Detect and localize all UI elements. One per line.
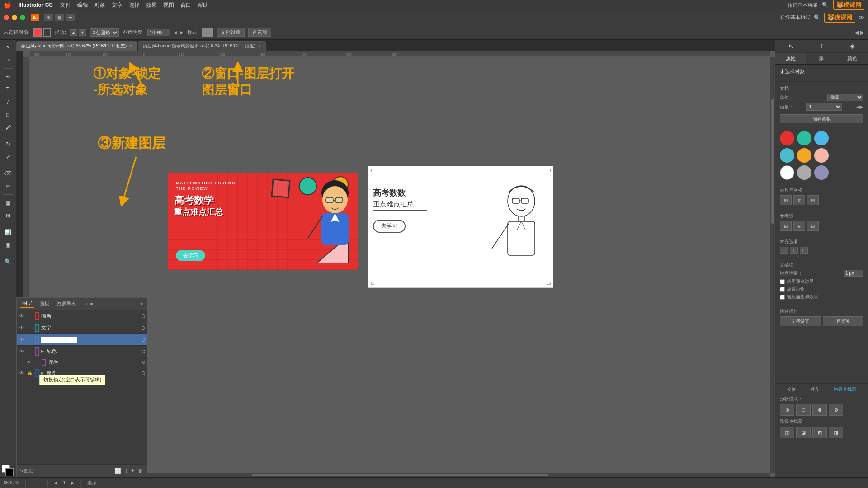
lp-sublayer-4-1[interactable]: 👁 配色: [17, 357, 147, 367]
opacity-arrow-right[interactable]: ▶: [180, 30, 184, 35]
lp-name-input-3[interactable]: [41, 337, 77, 343]
lp-delete-layer-btn[interactable]: 🗑: [138, 468, 143, 474]
tab-1[interactable]: 插边风-banner演示稿.ai @ 66.67% (RGB/GPU 预览) ×: [16, 41, 137, 51]
rp-keyboard-input[interactable]: [844, 270, 863, 277]
doc-settings-btn[interactable]: 文档设置: [217, 28, 245, 37]
close-window-button[interactable]: [4, 15, 9, 20]
search-icon[interactable]: 🔍: [822, 2, 829, 8]
arrange-btn[interactable]: ⊞: [44, 14, 53, 21]
lp-lock-5[interactable]: 🔒: [27, 370, 33, 376]
swatch-gray[interactable]: [797, 165, 811, 180]
tab-1-close[interactable]: ×: [129, 44, 132, 49]
minimize-window-button[interactable]: [12, 15, 17, 20]
rp-edit-artboard-btn[interactable]: 编辑画板: [780, 114, 863, 123]
panel-expand-btn[interactable]: ≫: [859, 14, 864, 20]
prev-artboard-btn[interactable]: ◀: [54, 480, 57, 485]
rp-guide-btn2[interactable]: #: [793, 221, 805, 231]
rp-crop-btn[interactable]: ◨: [829, 427, 843, 438]
lp-collapse-btn[interactable]: «: [85, 301, 88, 307]
rect-tool[interactable]: □: [2, 109, 14, 121]
lp-lock-2[interactable]: [27, 325, 33, 331]
lp-expand-5[interactable]: ▶: [41, 371, 44, 375]
menu-window[interactable]: 窗口: [180, 1, 191, 9]
selection-tool[interactable]: ↖: [2, 42, 14, 53]
rp-prefs-btn[interactable]: 首选项: [823, 316, 864, 326]
rp-align-left[interactable]: ⊣: [780, 247, 788, 254]
lp-eye-1[interactable]: 👁: [19, 313, 25, 319]
rp-ruler-btn2[interactable]: #: [793, 195, 805, 205]
rp-align-center[interactable]: ⊤: [790, 247, 798, 254]
rp-align-tab[interactable]: 对齐: [810, 386, 819, 393]
type-tool[interactable]: T: [2, 84, 14, 95]
pen-tool[interactable]: ✒: [2, 71, 14, 83]
stroke-down-btn[interactable]: ▼: [79, 29, 86, 36]
rp-pathfinder-tab[interactable]: 路径查找器: [834, 386, 856, 393]
stroke-up-btn[interactable]: ▲: [70, 29, 77, 36]
rp-unit-select[interactable]: 像素 毫米 厘米: [827, 94, 863, 101]
rp-tab-color[interactable]: 颜色: [837, 53, 868, 64]
lp-row-3[interactable]: 👁: [17, 334, 147, 346]
fill-color-box[interactable]: [33, 28, 42, 37]
banner-button[interactable]: 去学习: [176, 250, 205, 261]
lp-eye-2[interactable]: 👁: [19, 325, 25, 331]
rp-artboard-arrows[interactable]: ◀▶: [856, 104, 863, 109]
rp-round-corners-checkbox[interactable]: [780, 287, 785, 292]
lp-eye-5[interactable]: 👁: [19, 370, 25, 376]
fullscreen-window-button[interactable]: [20, 15, 25, 20]
rp-merge-btn[interactable]: ◩: [812, 427, 827, 438]
zoom-tool[interactable]: 🔍: [2, 256, 14, 267]
lp-row-2[interactable]: 👁 文字: [17, 322, 147, 334]
swatch-purple-gray[interactable]: [814, 165, 829, 180]
view-mode-btn[interactable]: ▦: [55, 14, 64, 21]
swatch-orange[interactable]: [797, 148, 811, 163]
rp-shape-icon[interactable]: ◈: [850, 42, 855, 50]
lp-lock-3[interactable]: [27, 337, 33, 343]
rp-ruler-btn3[interactable]: ⊟: [807, 195, 819, 205]
next-artboard-btn[interactable]: ▶: [71, 480, 75, 485]
brush-tool[interactable]: 🖌: [2, 122, 14, 133]
rp-divide-btn[interactable]: ◫: [780, 427, 794, 438]
lp-eye-3[interactable]: 👁: [19, 337, 25, 343]
tab-2-close[interactable]: ×: [258, 44, 261, 49]
lp-row-4[interactable]: 👁 ▶ 配色: [17, 346, 147, 357]
zoom-in-btn[interactable]: +: [38, 480, 41, 485]
preferences-btn[interactable]: 首选项: [248, 28, 271, 37]
lp-row-1[interactable]: 👁 插画: [17, 310, 147, 322]
swatch-blue[interactable]: [814, 131, 829, 145]
lp-tab-export[interactable]: 资源导出: [55, 300, 78, 307]
rp-intersect-btn[interactable]: ⊗: [812, 404, 827, 416]
menu-view[interactable]: 视图: [163, 1, 174, 9]
direct-selection-tool[interactable]: ↗: [2, 54, 14, 66]
lp-menu-btn[interactable]: ≡: [90, 301, 93, 307]
menu-edit[interactable]: 编辑: [77, 1, 88, 9]
rp-doc-settings-btn[interactable]: 文档设置: [780, 316, 821, 326]
lp-tab-layers[interactable]: 图层: [20, 300, 34, 308]
lp-tab-artboards[interactable]: 画板: [38, 300, 51, 307]
rp-tab-properties[interactable]: 属性: [775, 53, 806, 64]
banner-document[interactable]: MATHEMATICS ESSENCE THE REVIEW 高考数学 重点难点…: [168, 173, 358, 270]
rp-guide-btn1[interactable]: ⊞: [780, 221, 792, 231]
swatch-cyan[interactable]: [780, 148, 794, 163]
menu-file[interactable]: 文件: [60, 1, 71, 9]
swatch-pink[interactable]: [814, 148, 829, 163]
artboard-tool[interactable]: ▣: [2, 239, 14, 251]
swatch-white[interactable]: [780, 165, 794, 180]
rp-align-right[interactable]: ⊢: [800, 247, 808, 254]
fill-stroke-box[interactable]: [2, 465, 14, 477]
rp-select-icon[interactable]: ↖: [788, 42, 794, 50]
mesh-tool[interactable]: ⊞: [2, 210, 14, 221]
eraser-tool[interactable]: ⌫: [2, 168, 14, 179]
opacity-arrow-left[interactable]: ◀: [174, 30, 177, 35]
graph-tool[interactable]: 📊: [2, 226, 14, 238]
shape-selector[interactable]: 3点圆形: [90, 28, 119, 37]
line-tool[interactable]: /: [2, 96, 14, 108]
scrollbar-vertical[interactable]: [770, 57, 775, 473]
sketch-document[interactable]: 高考数数 重点难点汇总 去学习: [368, 166, 553, 288]
menu-select[interactable]: 选择: [129, 1, 140, 9]
panel-right-btn[interactable]: ▶: [860, 29, 864, 36]
lp-new-layer-btn[interactable]: +: [131, 468, 134, 474]
rp-trim-btn[interactable]: ◪: [796, 427, 811, 438]
tab-2[interactable]: 插边风-banner演示稿的副本.ai @ 67% (RGB/GPU 推迟) ×: [138, 41, 266, 51]
lp-close-btn[interactable]: ×: [140, 301, 143, 307]
apple-menu[interactable]: 🍎: [4, 1, 11, 9]
